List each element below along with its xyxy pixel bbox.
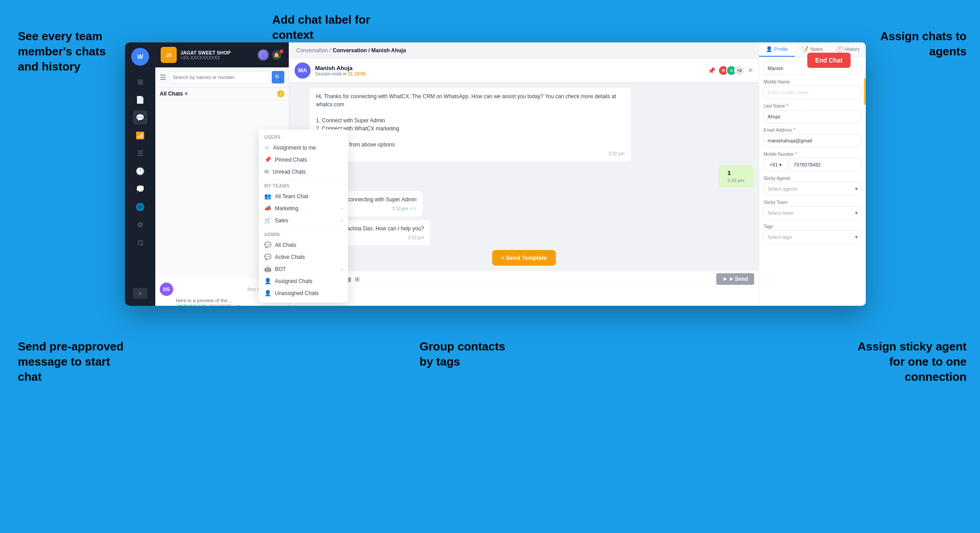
filter-label[interactable]: All Chats ▾ <box>160 91 187 97</box>
annotation-bottom-left: Send pre-approved message to start chat <box>18 339 134 384</box>
message-row-3: MA Now you are connecting with Super Adm… <box>295 191 753 217</box>
notification-dot <box>280 50 283 53</box>
send-button[interactable]: ➤ ➤ Send <box>716 273 754 285</box>
agent-avatars: R A +2 <box>718 65 745 76</box>
field-tags: Tags Select tags <box>764 224 861 244</box>
sidebar-icon-clock[interactable]: 🕐 <box>133 164 147 178</box>
dropdown-item-assignment[interactable]: ☆ Assignment to me <box>259 142 348 154</box>
conversation-name: Conversation / Manish Ahuja <box>332 47 406 54</box>
email-label: Email Address * <box>764 128 861 133</box>
dropdown-section-users: USERS <box>259 133 348 142</box>
field-sticky-team: Sticky Team Select team <box>764 200 861 220</box>
right-panel-content: Middle Name Last Name * Email Address * … <box>759 57 866 306</box>
sidebar-icon-grid2[interactable]: ⊡ <box>133 235 147 250</box>
tags-select[interactable]: Select tags <box>764 230 861 244</box>
sidebar-icon-chat[interactable]: 💬 <box>133 110 147 125</box>
field-sticky-agents: Sticky Agents Select agents <box>764 176 861 196</box>
annotation-bottom-center: Group contacts by tags <box>419 339 518 370</box>
tab-profile-label: Profile <box>774 46 788 52</box>
prefix-text: +91 <box>769 162 778 167</box>
chat-actions: 📌 R A +2 ✕ <box>708 65 753 76</box>
phone-prefix[interactable]: +91 ▾ <box>764 158 788 171</box>
phone-row: +91 ▾ <box>764 158 861 171</box>
message-row-2: 1 3:33 pm <box>295 165 753 187</box>
dropdown-item-unread[interactable]: ✉ Unread Chats <box>259 166 348 178</box>
phone-input[interactable] <box>789 158 861 171</box>
sidebar-icon-settings[interactable]: ⚙ <box>133 217 147 232</box>
search-input[interactable] <box>169 71 269 83</box>
annotation-top-center: Add chat label for context <box>272 12 370 43</box>
shop-number: +XX-XXXXXXXXXX <box>180 55 254 60</box>
dropdown-item-pinned[interactable]: 📌 Pinned Chats <box>259 154 348 166</box>
active-chat-header: MA Manish Ahuja Session ends in 21:18:05… <box>289 58 759 83</box>
end-chat-button[interactable]: End Chat <box>807 53 851 68</box>
sidebar-expand-btn[interactable]: » <box>133 288 147 299</box>
session-timer: Session ends in 21:18:05 <box>315 71 703 76</box>
hamburger-icon[interactable]: ☰ <box>160 73 166 82</box>
notif-dot: ! <box>277 90 284 97</box>
send-icon: ➤ <box>723 276 727 282</box>
search-bar: ☰ 🔍 <box>155 67 289 87</box>
header-icons: 🔔 <box>257 49 283 61</box>
close-chat-icon[interactable]: ✕ <box>747 66 753 75</box>
contact-avatar: MA <box>295 62 311 79</box>
notes-icon: 📝 <box>802 46 809 52</box>
dropdown-item-sales[interactable]: 🛒 Sales › <box>259 214 348 226</box>
chat-main: Conversation / Conversation / Manish Ahu… <box>289 42 759 306</box>
chat-list-panel: JS JAGAT SWEET SHOP +XX-XXXXXXXXXX 🔔 ☰ 🔍… <box>155 42 289 306</box>
field-mobile: Mobile Number * +91 ▾ <box>764 152 861 171</box>
sticky-team-wrapper: Select team <box>764 206 861 220</box>
chat-avatar: NS <box>160 283 173 296</box>
app-logo[interactable]: W <box>131 48 149 66</box>
sidebar-icon-doc[interactable]: 📄 <box>133 92 147 107</box>
agent-count: +2 <box>734 65 745 76</box>
tab-profile[interactable]: 👤 Profile <box>759 42 795 57</box>
pin-icon[interactable]: 📌 <box>708 67 715 74</box>
tags-label: Tags <box>764 224 861 229</box>
sticky-agents-wrapper: Select agents <box>764 182 861 196</box>
annotation-bottom-right: Assign sticky agent for one to one conne… <box>842 339 967 384</box>
shop-info: JAGAT SWEET SHOP +XX-XXXXXXXXXX <box>180 50 254 60</box>
sidebar-icon-bubble[interactable]: 💭 <box>133 182 147 196</box>
template-btn-container: + Send Template <box>492 250 556 266</box>
field-middle-name: Middle Name <box>764 79 861 99</box>
sidebar-icon-grid[interactable]: ⊞ <box>133 75 147 89</box>
contact-info: Manish Ahuja Session ends in 21:18:05 <box>315 65 703 76</box>
dropdown-section-teams: MY TEAMS <box>259 182 348 190</box>
dropdown-item-bot[interactable]: 🤖 BOT › <box>259 263 348 275</box>
chat-title-bar: Conversation / Conversation / Manish Ahu… <box>289 42 759 58</box>
sidebar-icon-list[interactable]: ☰ <box>133 146 147 160</box>
sticky-agents-select[interactable]: Select agents <box>764 182 861 196</box>
mobile-label: Mobile Number * <box>764 152 861 157</box>
last-name-input[interactable] <box>764 110 861 123</box>
sidebar-icon-globe[interactable]: 🌐 <box>133 200 147 214</box>
annotation-top-left: See every team member's chats and histor… <box>18 29 125 74</box>
tab-history-label: History <box>845 46 860 52</box>
dropdown-item-unassigned[interactable]: 👤 Unassigned Chats <box>259 287 348 299</box>
sidebar-icon-signal[interactable]: 📶 <box>133 128 147 142</box>
search-button[interactable]: 🔍 <box>272 71 284 83</box>
dropdown-item-all-chats[interactable]: 💬 All Chats <box>259 239 348 251</box>
message-1: Hi, Thanks for connecting with WhatCX. T… <box>310 88 631 162</box>
user-avatar[interactable] <box>257 49 269 61</box>
dropdown-item-active-chats[interactable]: 💬 Active Chats <box>259 251 348 263</box>
chat-toolbar: B I U S ☺ 📎 ▦ ⊞ ➤ ➤ Send <box>289 271 759 288</box>
sticky-agents-label: Sticky Agents <box>764 176 861 181</box>
middle-name-input[interactable] <box>764 86 861 99</box>
dropdown-item-all-team[interactable]: 👥 All Team Chat <box>259 190 348 202</box>
sticky-team-select[interactable]: Select team <box>764 206 861 220</box>
dropdown-menu: USERS ☆ Assignment to me 📌 Pinned Chats … <box>259 129 348 303</box>
email-input[interactable] <box>764 134 861 147</box>
chat-tags: Website Lead Important +2 <box>160 304 284 306</box>
middle-name-label: Middle Name <box>764 79 861 84</box>
app-window: W ⊞ 📄 💬 📶 ☰ 🕐 💭 🌐 ⚙ ⊡ » JS JAGAT SWEET S… <box>125 42 866 306</box>
dropdown-item-assigned[interactable]: 👤 Assigned Chats <box>259 275 348 287</box>
field-last-name: Last Name * <box>764 104 861 123</box>
msg-time-1: 3:32 pm <box>316 150 625 157</box>
table-icon[interactable]: ⊞ <box>355 276 360 283</box>
message-row-4: RD Hello, I am Rachna Das. How can I hel… <box>295 220 753 246</box>
dropdown-item-marketing[interactable]: 📣 Marketing › <box>259 202 348 214</box>
send-template-button[interactable]: + Send Template <box>492 250 556 266</box>
right-panel: 👤 Profile 📝 Notes 🕐 History Middle Name <box>759 42 866 306</box>
chat-input-box[interactable] <box>289 288 759 306</box>
